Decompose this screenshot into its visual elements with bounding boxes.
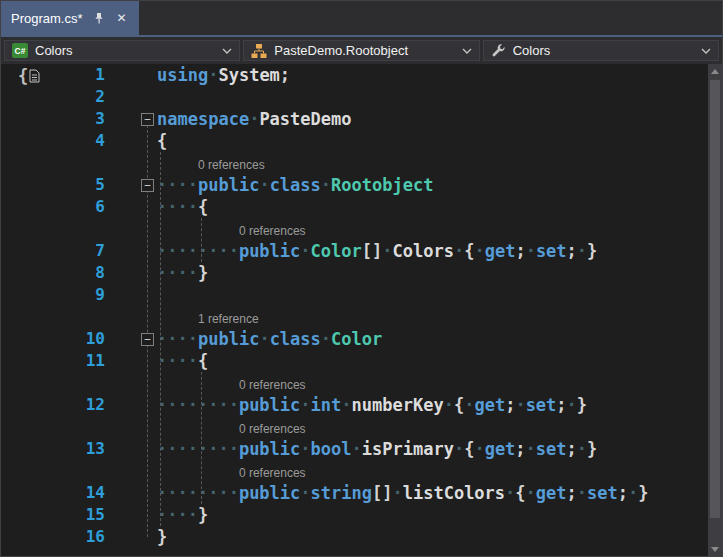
- line-number: 6: [1, 196, 117, 218]
- scrollbar-up-arrow[interactable]: [708, 64, 722, 78]
- code-token: ;: [280, 65, 290, 85]
- code-token: ;: [556, 395, 566, 415]
- code-token: {: [157, 131, 167, 151]
- code-token: {: [198, 351, 208, 371]
- whitespace-dots: ·: [392, 483, 402, 503]
- line-number: 4: [1, 130, 117, 152]
- code-token: set: [536, 439, 567, 459]
- code-token: set: [587, 483, 618, 503]
- code-token: {: [454, 395, 464, 415]
- whitespace-dots: ·: [382, 241, 392, 261]
- fold-collapse-button[interactable]: −: [141, 333, 154, 346]
- whitespace-dots: ·: [300, 241, 310, 261]
- type-dropdown[interactable]: PasteDemo.Rootobject: [243, 40, 479, 61]
- line-number: [1, 152, 117, 174]
- outlining-margin: [117, 394, 157, 416]
- codelens-references-link[interactable]: 0 references: [198, 158, 265, 172]
- whitespace-dots: ·: [628, 483, 638, 503]
- editor-row: 7········public·Color[]·Colors·{·get;·se…: [1, 240, 708, 262]
- code-token: get: [485, 241, 516, 261]
- whitespace-dots: ·: [526, 241, 536, 261]
- codelens-references-link[interactable]: 1 reference: [198, 312, 259, 326]
- whitespace-dots: ····: [157, 197, 198, 217]
- whitespace-dots: ····: [157, 329, 198, 349]
- line-number: [1, 306, 117, 328]
- wrench-icon: [491, 43, 506, 58]
- code-line[interactable]: {: [157, 130, 708, 152]
- tab-program-cs[interactable]: Program.cs* ✕: [1, 1, 139, 35]
- whitespace-dots: ·: [321, 329, 331, 349]
- line-number: 12: [1, 394, 117, 416]
- outlining-margin: [117, 306, 157, 328]
- code-line[interactable]: ····}: [157, 262, 708, 284]
- whitespace-dots: ·: [300, 483, 310, 503]
- code-line[interactable]: namespace·PasteDemo: [157, 108, 708, 130]
- whitespace-dots: ·: [321, 175, 331, 195]
- fold-collapse-button[interactable]: −: [141, 179, 154, 192]
- editor-row: 14········public·string[]·listColors·{·g…: [1, 482, 708, 504]
- code-token: }: [587, 241, 597, 261]
- code-token: string: [311, 483, 372, 503]
- code-line[interactable]: [157, 86, 708, 108]
- code-token: }: [198, 263, 208, 283]
- editor-row: 4{: [1, 130, 708, 152]
- code-line[interactable]: ········public·bool·isPrimary·{·get;·set…: [157, 438, 708, 460]
- code-token: public: [239, 439, 300, 459]
- code-token: ;: [618, 483, 628, 503]
- chevron-down-icon: [462, 48, 472, 54]
- whitespace-dots: ····: [157, 505, 198, 525]
- outlining-margin: −: [117, 108, 157, 130]
- whitespace-dots: ·: [259, 329, 269, 349]
- close-icon[interactable]: ✕: [115, 11, 129, 25]
- code-editor[interactable]: { 1using·System;23−namespace·PasteDemo4{…: [1, 64, 722, 556]
- code-line[interactable]: ····{: [157, 350, 708, 372]
- code-line[interactable]: using·System;: [157, 64, 708, 86]
- outlining-margin: [117, 64, 157, 86]
- code-token: }: [157, 527, 167, 547]
- code-line[interactable]: [157, 284, 708, 306]
- scrollbar-down-arrow[interactable]: [708, 542, 722, 556]
- editor-row: 0 references: [1, 372, 708, 394]
- codelens-references-link[interactable]: 0 references: [239, 378, 306, 392]
- code-line[interactable]: ········public·string[]·listColors·{·get…: [157, 482, 708, 504]
- line-number: 14: [1, 482, 117, 504]
- editor-row: 8····}: [1, 262, 708, 284]
- codelens-references-link[interactable]: 0 references: [239, 422, 306, 436]
- whitespace-dots: ·: [341, 395, 351, 415]
- pin-icon[interactable]: [92, 11, 106, 25]
- code-line[interactable]: }: [157, 526, 708, 548]
- code-token: }: [638, 483, 648, 503]
- code-token: numberKey: [352, 395, 444, 415]
- code-token: isPrimary: [362, 439, 454, 459]
- code-token: public: [198, 175, 259, 195]
- editor-row: 0 references: [1, 416, 708, 438]
- whitespace-dots: ·: [526, 439, 536, 459]
- line-number: 2: [1, 86, 117, 108]
- code-token: Color: [331, 329, 382, 349]
- codelens-row: 0 references: [157, 460, 708, 482]
- line-number: [1, 372, 117, 394]
- code-token: ;: [505, 395, 515, 415]
- code-line[interactable]: ····}: [157, 504, 708, 526]
- fold-collapse-button[interactable]: −: [141, 113, 154, 126]
- codelens-references-link[interactable]: 0 references: [239, 224, 306, 238]
- code-token: get: [474, 395, 505, 415]
- vertical-scrollbar[interactable]: [708, 64, 722, 556]
- scrollbar-thumb[interactable]: [710, 80, 720, 518]
- editor-row: 1 reference: [1, 306, 708, 328]
- line-number: 13: [1, 438, 117, 460]
- code-line[interactable]: ········public·int·numberKey·{·get;·set;…: [157, 394, 708, 416]
- codelens-references-link[interactable]: 0 references: [239, 466, 306, 480]
- editor-row: 9: [1, 284, 708, 306]
- code-line[interactable]: ····public·class·Rootobject: [157, 174, 708, 196]
- project-dropdown[interactable]: C# Colors: [4, 40, 240, 61]
- code-token: bool: [311, 439, 352, 459]
- code-line[interactable]: ········public·Color[]·Colors·{·get;·set…: [157, 240, 708, 262]
- code-line[interactable]: ····{: [157, 196, 708, 218]
- whitespace-dots: ·: [577, 241, 587, 261]
- line-number: 11: [1, 350, 117, 372]
- member-dropdown[interactable]: Colors: [483, 40, 719, 61]
- code-token: listColors: [403, 483, 505, 503]
- code-token: PasteDemo: [259, 109, 351, 129]
- code-line[interactable]: ····public·class·Color: [157, 328, 708, 350]
